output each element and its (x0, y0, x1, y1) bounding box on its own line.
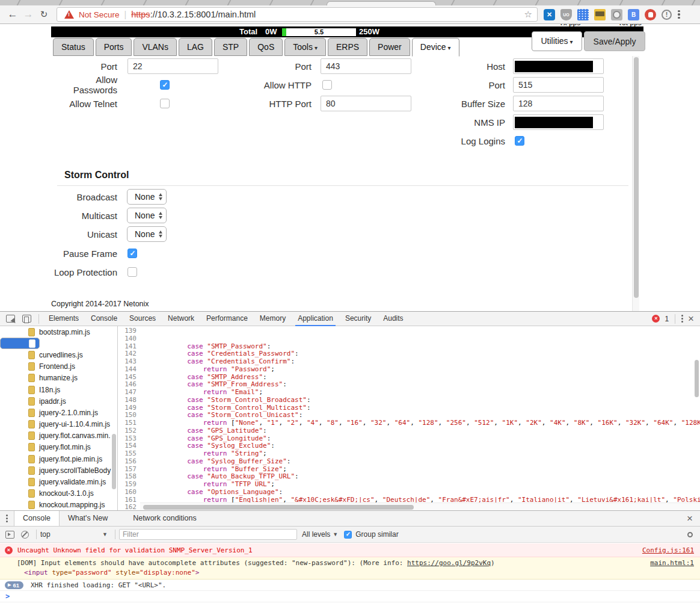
line-number[interactable]: 160 (118, 489, 137, 496)
log-logins-checkbox[interactable] (515, 136, 524, 146)
console-settings-gear-icon[interactable] (687, 532, 693, 537)
file-frontend-js[interactable]: Frontend.js (0, 361, 117, 373)
code-horizontal-scrollbar[interactable] (140, 502, 700, 511)
tab-vlans[interactable]: VLANs (134, 38, 177, 56)
console-info-row[interactable]: ▶61 XHR finished loading: GET "<URL>". (0, 580, 700, 591)
file-jquery-flot-min-js[interactable]: jquery.flot.min.js (0, 442, 117, 453)
line-number[interactable]: 143 (118, 358, 137, 366)
allow-http-checkbox[interactable] (322, 80, 332, 90)
devtools-tab-security[interactable]: Security (339, 312, 377, 326)
console-error-row[interactable]: × Uncaught Unknown field for validation … (0, 543, 700, 557)
file-jquery-scrolltablebody[interactable]: jquery.scrollTableBody (0, 465, 117, 476)
port-input[interactable]: 443 (321, 58, 411, 74)
filter-input[interactable] (119, 529, 297, 540)
devtools-menu-icon[interactable] (681, 315, 683, 323)
tab-power[interactable]: Power (369, 38, 410, 56)
file-jquery-ui-1-10-4-min-js[interactable]: jquery-ui-1.10.4.min.js (0, 419, 117, 430)
file-i18n-js[interactable]: I18n.js (0, 384, 117, 395)
devtools-tab-audits[interactable]: Audits (377, 312, 409, 326)
repeat-count-badge[interactable]: ▶61 (5, 581, 23, 589)
nms-ip-input[interactable] (513, 114, 604, 130)
camera-icon[interactable] (611, 9, 622, 20)
tab-console[interactable]: Console (14, 511, 60, 526)
tab-device[interactable]: Device▾ (412, 38, 459, 57)
code-horizontal-scrollbar-thumb[interactable] (143, 505, 414, 510)
error-badge-icon[interactable]: × (652, 315, 660, 323)
line-number[interactable]: 148 (118, 397, 137, 404)
tab-erps[interactable]: ERPS (328, 38, 367, 56)
file-humanize-js[interactable]: humanize.js (0, 373, 117, 384)
utilities-button[interactable]: Utilities▾ (532, 31, 582, 51)
file-curvedlines-js[interactable]: curvedlines.js (0, 349, 117, 360)
swap-icon[interactable]: ✕ (544, 9, 555, 20)
line-number[interactable]: 151 (118, 419, 137, 427)
tab-whats-new[interactable]: What's New (60, 511, 116, 526)
tag-icon[interactable]: B (628, 9, 639, 20)
code-vertical-scrollbar-thumb[interactable] (695, 360, 699, 397)
devtools-tab-sources[interactable]: Sources (123, 312, 162, 326)
buffer-size-input[interactable]: 128 (513, 96, 604, 111)
tab-tools[interactable]: Tools▾ (284, 38, 326, 56)
console-prompt[interactable]: > (0, 591, 700, 602)
file-jquery-validate-min-js[interactable]: jquery.validate.min.js (0, 476, 117, 487)
file-knockout-mapping-js[interactable]: knockout.mapping.js (0, 499, 117, 511)
file-jquery-flot-pie-min-js[interactable]: jquery.flot.pie.min.js (0, 453, 117, 465)
tab-stp[interactable]: STP (214, 38, 247, 56)
url-bar[interactable]: Not Secure | https://10.3.2.15:8001/main… (57, 7, 538, 22)
context-selector[interactable]: top ▼ (40, 530, 108, 539)
hand-icon[interactable] (645, 9, 656, 20)
host-input[interactable] (513, 58, 604, 74)
log-levels-selector[interactable]: All levels ▼ (302, 530, 338, 539)
tab-lag[interactable]: LAG (179, 38, 212, 56)
device-toolbar-icon[interactable] (22, 315, 31, 323)
warning-info-link[interactable]: https://goo.gl/9p2vKq (407, 559, 491, 567)
loop-protection-checkbox[interactable] (127, 267, 137, 277)
devtools-tab-memory[interactable]: Memory (254, 312, 292, 326)
devtools-tab-performance[interactable]: Performance (200, 312, 254, 326)
code-editor[interactable]: case "SMTP_Password": case "Credentials_… (140, 326, 700, 511)
line-number[interactable]: 152 (118, 427, 137, 435)
file-bootstrap-min-js[interactable]: bootstrap.min.js (0, 326, 117, 338)
line-number[interactable]: 155 (118, 450, 137, 458)
console-warning-row[interactable]: [DOM] Input elements should have autocom… (0, 557, 700, 580)
file-jquery-flot-canvas-min-[interactable]: jquery.flot.canvas.min. (0, 430, 117, 442)
line-number[interactable]: 156 (118, 458, 137, 466)
browser-tabstrip[interactable] (0, 0, 700, 5)
reload-button[interactable]: ↻ (36, 9, 52, 20)
line-number[interactable]: 139 (118, 327, 137, 335)
clear-console-icon[interactable] (21, 531, 29, 539)
line-number[interactable]: 144 (118, 366, 137, 374)
allow-passwords-checkbox[interactable] (160, 80, 170, 90)
page-scrollbar-thumb[interactable] (634, 57, 639, 298)
file-config-js[interactable]: Config.js (0, 338, 40, 349)
page-scrollbar[interactable] (632, 56, 639, 311)
active-browser-tab[interactable] (327, 1, 436, 5)
info-icon[interactable]: ! (662, 10, 672, 20)
pause-frame-checkbox[interactable] (127, 249, 137, 258)
port-input[interactable]: 22 (127, 58, 218, 74)
inspect-element-icon[interactable] (6, 315, 15, 323)
save-apply-button[interactable]: Save/Apply (584, 31, 645, 51)
warning-source-link[interactable]: main.html:1 (650, 559, 694, 567)
forward-button[interactable]: → (20, 8, 36, 20)
http-port-input[interactable]: 80 (321, 96, 411, 111)
allow-telnet-checkbox[interactable] (160, 99, 170, 108)
file-ipaddr-js[interactable]: ipaddr.js (0, 395, 117, 407)
file-tree-scrollbar-thumb[interactable] (112, 434, 116, 489)
tab-qos[interactable]: QoS (249, 38, 283, 56)
unicast-select[interactable]: None (127, 226, 167, 242)
devtools-close-icon[interactable]: × (688, 314, 694, 324)
url-text[interactable]: https://10.3.2.15:8001/main.html (131, 10, 256, 19)
multicast-select[interactable]: None (127, 208, 167, 223)
file-jquery-2-1-0-min-js[interactable]: jquery-2.1.0.min.js (0, 407, 117, 418)
error-source-link[interactable]: Config.js:161 (642, 546, 694, 554)
devtools-tab-elements[interactable]: Elements (43, 312, 85, 326)
line-number[interactable]: 159 (118, 481, 137, 489)
fence-icon[interactable] (577, 9, 589, 20)
console-sidebar-icon[interactable] (5, 531, 14, 539)
drawer-menu-icon[interactable] (6, 515, 8, 522)
port-input[interactable]: 515 (513, 77, 604, 93)
line-number[interactable]: 140 (118, 335, 137, 343)
locker-icon[interactable] (594, 9, 606, 20)
shield-icon[interactable]: UO (560, 9, 572, 20)
